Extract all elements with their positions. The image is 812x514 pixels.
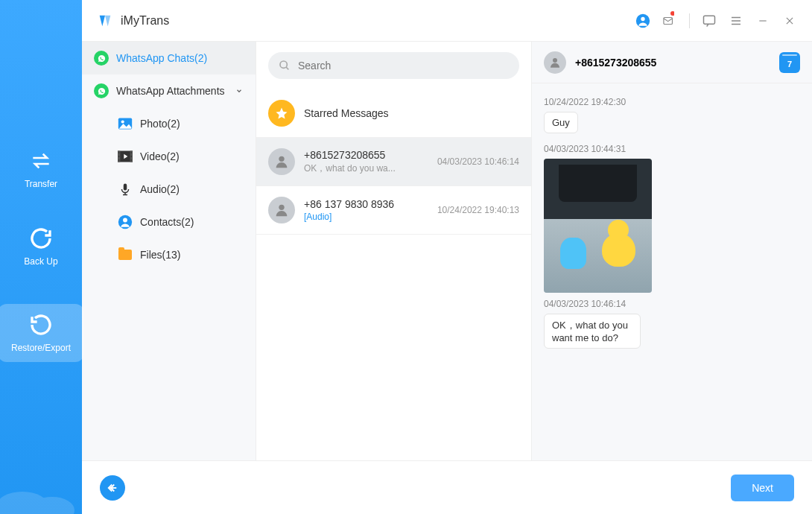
star-icon [268,100,295,127]
svg-point-23 [131,159,133,161]
photo-icon [118,116,133,131]
messages-panel: 10/24/2022 19:42:30 Guy 04/03/2023 10:44… [532,83,812,460]
chat-name: +8615273208655 [304,149,428,161]
svg-point-19 [118,156,120,157]
rail-transfer[interactable]: Transfer [25,149,57,189]
search-bar[interactable] [268,52,519,79]
svg-line-30 [286,67,288,69]
avatar-icon [268,148,295,175]
message-image[interactable] [544,159,652,293]
audio-icon [118,182,133,197]
video-icon [118,149,133,164]
avatar-icon [268,197,295,223]
folder-icon [118,247,133,262]
calendar-day: 7 [787,60,792,69]
sidebar-chats-label: WhatsApp Chats(2) [116,52,207,64]
rail-backup-label: Back Up [24,256,57,267]
rail-transfer-label: Transfer [25,179,57,189]
content: WhatsApp Chats(2) WhatsApp Attachments P… [82,42,812,460]
svg-point-28 [123,218,127,223]
svg-point-20 [118,159,120,161]
svg-point-14 [121,120,124,123]
chat-time: 10/24/2022 19:40:13 [437,205,519,215]
backup-icon [29,226,53,250]
sidebar-item-attachments[interactable]: WhatsApp Attachments [82,74,256,107]
left-rail: Transfer Back Up Restore/Export [0,0,82,514]
svg-point-21 [131,152,133,153]
app-logo: iMyTrans [97,13,169,29]
chat-preview: [Audio] [304,212,428,222]
svg-point-3 [641,16,644,20]
message-timestamp: 04/03/2023 10:44:31 [544,144,800,154]
footer: Next [82,460,812,514]
chevron-down-icon [235,85,243,97]
svg-point-33 [553,58,557,63]
feedback-icon[interactable] [702,13,717,28]
main-area: iMyTrans [82,0,812,514]
titlebar-divider [689,13,690,28]
chat-item-starred[interactable]: Starred Messages [256,89,531,138]
sidebar-item-chats[interactable]: WhatsApp Chats(2) [82,42,256,74]
detail-contact-name: +8615273208655 [575,57,770,69]
arrow-left-icon [106,481,119,495]
next-button[interactable]: Next [731,475,794,501]
sidebar-item-audio[interactable]: Audio(2) [82,173,256,206]
back-button[interactable] [100,475,125,501]
sidebar-files-label: Files(13) [140,249,180,261]
message-bubble: Guy [544,112,578,133]
rail-backup[interactable]: Back Up [24,226,57,267]
svg-point-32 [279,205,284,210]
calendar-button[interactable]: 7 [779,52,800,73]
svg-rect-6 [704,16,715,24]
cloud-decoration [0,469,82,514]
sidebar-photo-label: Photo(2) [140,118,180,130]
mail-icon[interactable] [662,13,677,28]
sidebar-item-files[interactable]: Files(13) [82,238,256,271]
chat-name: +86 137 9830 8936 [304,198,428,210]
chat-preview: OK，what do you wa... [304,162,428,175]
svg-point-22 [131,156,133,157]
app-title: iMyTrans [121,14,169,28]
titlebar-actions [635,13,797,28]
sidebar-item-photo[interactable]: Photo(2) [82,107,256,140]
sidebar-video-label: Video(2) [140,150,180,162]
sidebar-item-video[interactable]: Video(2) [82,140,256,173]
avatar-icon [544,51,566,74]
whatsapp-icon [94,83,109,98]
rail-restore[interactable]: Restore/Export [0,304,84,362]
user-icon[interactable] [635,13,650,28]
minimize-icon[interactable] [755,13,770,28]
close-icon[interactable] [782,13,797,28]
chat-item[interactable]: +86 137 9830 8936 [Audio] 10/24/2022 19:… [256,186,531,235]
svg-rect-24 [124,184,127,191]
transfer-icon [29,149,53,173]
detail-header: +8615273208655 7 [532,42,812,83]
sidebar-audio-label: Audio(2) [140,183,180,195]
titlebar: iMyTrans [82,0,812,42]
chat-starred-label: Starred Messages [304,107,519,119]
message-timestamp: 04/03/2023 10:46:14 [544,299,800,309]
contacts-icon [118,215,133,229]
logo-icon [97,13,113,29]
sidebar-attachments-label: WhatsApp Attachments [116,85,225,97]
sidebar-item-contacts[interactable]: Contacts(2) [82,206,256,238]
svg-point-18 [118,152,120,153]
chat-time: 04/03/2023 10:46:14 [437,156,519,167]
chat-detail: +8615273208655 7 10/24/2022 19:42:30 Guy… [532,42,812,460]
chat-list: Starred Messages +8615273208655 OK，what … [256,42,532,460]
svg-point-29 [280,61,287,68]
whatsapp-icon [94,51,109,66]
sidebar: WhatsApp Chats(2) WhatsApp Attachments P… [82,42,256,460]
search-input[interactable] [298,60,509,72]
restore-icon [29,313,53,337]
svg-point-5 [670,11,674,16]
search-icon [279,60,291,72]
message-bubble: OK，what do you want me to do? [544,314,641,349]
sidebar-contacts-label: Contacts(2) [140,216,194,228]
chat-item[interactable]: +8615273208655 OK，what do you wa... 04/0… [256,138,531,186]
message-timestamp: 10/24/2022 19:42:30 [544,97,800,107]
rail-restore-label: Restore/Export [11,343,71,353]
menu-icon[interactable] [729,13,743,28]
svg-point-31 [279,156,284,162]
